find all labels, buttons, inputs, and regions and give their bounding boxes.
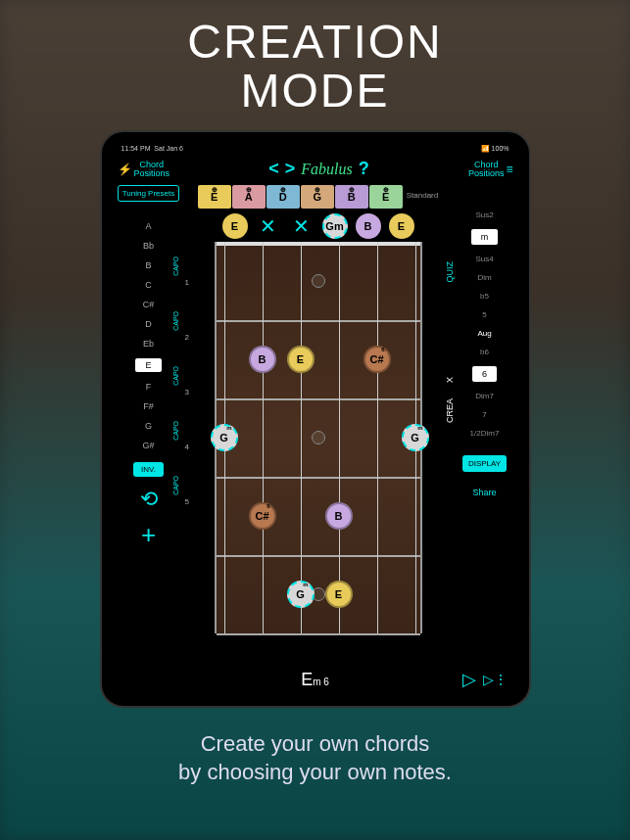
strum-icon[interactable]: ▷⋮: [483, 672, 508, 687]
root-note-list: ABbBCC#DEbEFF#GG#CAPO1CAPO2CAPO3CAPO4CAP…: [135, 221, 161, 450]
display-button[interactable]: DISPLAY: [462, 455, 507, 472]
modifier-Sus2[interactable]: Sus2: [475, 210, 493, 219]
ipad-frame: 11:54 PM Sat Jan 6 📶 100% ⚡ Chord Positi…: [100, 130, 531, 708]
fret-note-B[interactable]: B: [249, 346, 276, 373]
caption-line1: Create your own chords: [0, 729, 630, 759]
tuning-cell-E[interactable]: E⊕: [198, 185, 231, 209]
hero-line1: CREATION: [0, 18, 630, 67]
chord-suffix: m 6: [313, 677, 329, 687]
right-column: QUIZ X CREA Sus2mSus4Dimb55Augb66Dim771/…: [455, 183, 515, 669]
app-screen: 11:54 PM Sat Jan 6 📶 100% ⚡ Chord Positi…: [112, 142, 519, 696]
refresh-icon[interactable]: ⟲: [140, 487, 158, 512]
header-row: ⚡ Chord Positions < > Fabulus ? Chord Po…: [112, 156, 519, 183]
root-note-F[interactable]: F: [146, 382, 152, 392]
status-battery: 📶 100%: [481, 145, 509, 153]
capo-label-1[interactable]: CAPO: [172, 257, 179, 276]
prev-arrow-icon[interactable]: <: [268, 159, 279, 179]
center-column: E⊕A⊕D⊕G⊕B⊕E⊕ Standard E✕✕GmBE BEC#6GmGmC…: [182, 183, 455, 669]
bottom-bar: Em 6 ▷ ▷⋮: [112, 670, 519, 690]
mute-string-icon[interactable]: ✕: [256, 214, 281, 238]
root-note-G[interactable]: G: [145, 421, 152, 431]
fret-note-C#[interactable]: C#6: [249, 502, 276, 530]
fret-note-E[interactable]: E: [287, 346, 315, 373]
fretboard[interactable]: BEC#6GmGmC#6BGmE: [215, 242, 422, 633]
caption: Create your own chords by choosing your …: [0, 729, 630, 787]
modifier-1/2Dim7[interactable]: 1/2Dim7: [470, 429, 500, 438]
fret-note-B[interactable]: B: [325, 502, 353, 530]
modifier-Aug[interactable]: Aug: [477, 329, 491, 338]
tuning-cell-D[interactable]: D⊕: [267, 185, 300, 209]
modifier-Dim[interactable]: Dim: [477, 273, 491, 282]
modifier-m[interactable]: m: [471, 229, 499, 245]
modifier-b6[interactable]: b6: [480, 348, 489, 356]
status-date: Sat Jan 6: [154, 145, 183, 152]
root-note-C#[interactable]: C#: [143, 300, 155, 309]
root-note-C[interactable]: C: [145, 280, 152, 290]
fret-note-G[interactable]: Gm: [287, 581, 315, 608]
share-button[interactable]: Share: [472, 488, 496, 497]
modifier-Dim7[interactable]: Dim7: [475, 392, 494, 400]
open-note-G[interactable]: Gm: [322, 213, 348, 239]
fret-number-5: 5: [184, 497, 188, 506]
next-arrow-icon[interactable]: >: [285, 159, 296, 179]
tuning-cell-B[interactable]: B⊕: [335, 185, 368, 209]
fret-note-G[interactable]: Gm: [211, 424, 238, 451]
capo-label-2[interactable]: CAPO: [172, 311, 179, 331]
fret-number-1: 1: [184, 278, 188, 287]
capo-label-3[interactable]: CAPO: [172, 366, 179, 386]
modifier-7[interactable]: 7: [482, 410, 486, 419]
crea-label[interactable]: CREA: [445, 398, 455, 423]
modifier-5[interactable]: 5: [482, 310, 486, 319]
inversion-button[interactable]: INV.: [133, 462, 164, 477]
fret-note-G[interactable]: Gm: [402, 424, 429, 451]
modifier-b5[interactable]: b5: [480, 292, 489, 301]
open-note-B[interactable]: B: [356, 213, 381, 239]
tuning-label: Standard: [407, 191, 438, 200]
capo-label-4[interactable]: CAPO: [172, 421, 179, 441]
app-title: Fabulus: [301, 161, 352, 178]
root-note-D[interactable]: D: [145, 319, 152, 329]
left-column: Tuning Presets ABbBCC#DEbEFF#GG#CAPO1CAP…: [116, 183, 182, 669]
open-note-E[interactable]: E: [222, 213, 248, 239]
status-time: 11:54 PM: [121, 145, 151, 152]
fret-note-C#[interactable]: C#6: [363, 346, 391, 373]
status-bar: 11:54 PM Sat Jan 6 📶 100%: [112, 142, 519, 156]
hero-line2: MODE: [0, 67, 630, 116]
modifier-Sus4[interactable]: Sus4: [475, 255, 493, 263]
tuning-row: E⊕A⊕D⊕G⊕B⊕E⊕: [198, 185, 403, 209]
fret-number-2: 2: [184, 333, 188, 342]
hero-title: CREATION MODE: [0, 0, 630, 117]
root-note-G#[interactable]: G#: [142, 441, 154, 450]
lightning-icon: ⚡: [118, 163, 132, 175]
open-string-row: E✕✕GmBE: [222, 212, 414, 240]
root-note-F#[interactable]: F#: [143, 401, 154, 411]
root-note-B[interactable]: B: [145, 260, 151, 270]
root-note-Eb[interactable]: Eb: [143, 339, 154, 349]
chord-root: E: [301, 670, 313, 689]
chord-positions-left[interactable]: ⚡ Chord Positions: [118, 161, 170, 178]
add-icon[interactable]: +: [141, 520, 156, 550]
capo-label-5[interactable]: CAPO: [172, 476, 179, 495]
fret-number-4: 4: [184, 443, 188, 451]
tuning-cell-G[interactable]: G⊕: [301, 185, 334, 209]
root-note-A[interactable]: A: [145, 221, 151, 231]
modifier-6[interactable]: 6: [472, 366, 497, 382]
play-icon[interactable]: ▷: [462, 669, 476, 690]
tuning-cell-A[interactable]: A⊕: [232, 185, 266, 209]
chord-positions-right[interactable]: Chord Positions ≡: [468, 161, 513, 178]
root-note-Bb[interactable]: Bb: [143, 241, 154, 251]
mute-string-icon[interactable]: ✕: [289, 214, 315, 238]
fret-note-E[interactable]: E: [325, 581, 353, 608]
tuning-presets-button[interactable]: Tuning Presets: [118, 185, 180, 202]
tuning-cell-E[interactable]: E⊕: [369, 185, 403, 209]
chord-name-display: Em 6: [301, 670, 329, 690]
chord-positions-label: Chord Positions: [134, 161, 170, 178]
fret-number-3: 3: [184, 388, 188, 397]
help-icon[interactable]: ?: [359, 159, 369, 179]
chord-positions-label-r: Chord Positions: [468, 161, 505, 178]
open-note-E[interactable]: E: [389, 213, 414, 239]
quiz-label[interactable]: QUIZ: [445, 261, 455, 283]
x-label: X: [445, 377, 455, 383]
list-icon: ≡: [506, 163, 512, 175]
root-note-E[interactable]: E: [135, 358, 161, 372]
